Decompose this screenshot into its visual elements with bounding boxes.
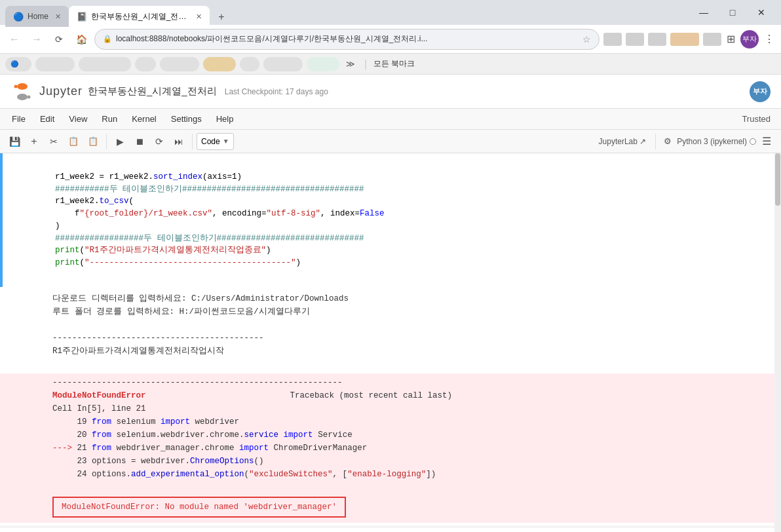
bookmark-7[interactable] xyxy=(240,57,259,71)
code-line-5: ) xyxy=(55,221,60,231)
cell-1-code[interactable]: r1_week2 = r1_week2.sort_index(axis=1) #… xyxy=(50,156,781,284)
error-msg-box: ModuleNotFoundError: No module named 'we… xyxy=(52,494,346,520)
svg-point-3 xyxy=(28,95,31,98)
home-tab-label: Home xyxy=(28,12,48,21)
svg-point-1 xyxy=(17,94,28,100)
copy-icon: 📋 xyxy=(68,136,79,146)
bookmark-1-icon: 🔵 xyxy=(10,60,18,67)
scrollbar-thumb[interactable] xyxy=(775,153,780,206)
bookmark-8[interactable] xyxy=(263,57,303,71)
bookmarks-more-button[interactable]: ≫ xyxy=(343,58,358,70)
refresh-button[interactable]: ⟳ xyxy=(50,30,68,48)
extensions-button[interactable]: ⊞ xyxy=(725,31,736,47)
refresh-icon: ⟳ xyxy=(55,34,63,45)
bookmark-3[interactable] xyxy=(79,57,131,71)
code-line-1: r1_week2 = r1_week2.sort_index(axis=1) xyxy=(55,172,242,181)
bookmark-6[interactable] xyxy=(203,57,236,71)
bookmark-1[interactable]: 🔵 xyxy=(5,57,31,71)
error-code-24: 24 options.add_experimental_option("excl… xyxy=(52,468,729,481)
cell-type-select[interactable]: Code ▼ xyxy=(197,133,234,150)
menu-help[interactable]: Help xyxy=(210,111,240,126)
tab-home[interactable]: 🔵 Home ✕ xyxy=(5,6,69,27)
save-button[interactable]: 💾 xyxy=(5,132,24,151)
notebook-scrollbar[interactable] xyxy=(774,153,781,532)
copy-button[interactable]: 📋 xyxy=(64,132,83,151)
new-tab-button[interactable]: + xyxy=(212,8,231,26)
restart-run-button[interactable]: ⏭ xyxy=(170,132,188,151)
notebook-tab-close[interactable]: ✕ xyxy=(196,12,202,21)
back-button[interactable]: ← xyxy=(5,30,24,48)
jupyterlab-label: JupyterLab ↗ xyxy=(599,137,647,146)
stop-button[interactable]: ⏹ xyxy=(130,132,149,151)
add-cell-button[interactable]: + xyxy=(25,132,43,151)
run-button[interactable]: ▶ xyxy=(111,132,129,151)
svg-point-0 xyxy=(17,83,28,90)
cell-1[interactable]: r1_week2 = r1_week2.sort_index(axis=1) #… xyxy=(0,153,781,287)
maximize-button[interactable]: □ xyxy=(718,2,747,23)
menu-kernel[interactable]: Kernel xyxy=(125,111,163,126)
browser-menu-button[interactable]: ⋮ xyxy=(763,31,776,47)
kernel-settings-button[interactable]: ⚙ xyxy=(660,134,676,149)
notebook-tab-icon: 📓 xyxy=(77,12,87,22)
output-line-2: 루트 폴더 경로를 입력하세요: H:/파이썬코드모음/시계열다루기 xyxy=(52,305,729,318)
menu-file[interactable]: File xyxy=(5,111,32,126)
error-cell-line: Cell In[5], line 21 xyxy=(52,402,729,415)
kernel-settings-icon: ⚙ xyxy=(664,136,672,146)
close-button[interactable]: ✕ xyxy=(747,2,776,23)
menu-settings[interactable]: Settings xyxy=(164,111,208,126)
output-area: 다운로드 디렉터리를 입력하세요: C:/Users/Administrator… xyxy=(0,287,781,525)
output-line-blank2 xyxy=(52,358,729,371)
notebook-menu-button[interactable]: ☰ xyxy=(757,132,776,151)
error-sep: ----------------------------------------… xyxy=(52,376,729,389)
code-line-3: r1_week2.to_csv( xyxy=(55,197,134,206)
lock-icon: 🔒 xyxy=(103,35,112,43)
restart-button[interactable]: ⟳ xyxy=(150,132,168,151)
bookmark-2[interactable] xyxy=(35,57,75,71)
error-code-19: 19 from selenium import webdriver xyxy=(52,415,729,428)
cut-icon: ✂ xyxy=(50,136,58,147)
maximize-icon: □ xyxy=(730,7,735,18)
home-tab-close[interactable]: ✕ xyxy=(55,12,61,21)
jupyter-header: Jupyter 한국부동산원_시계열_전처리 Last Checkpoint: … xyxy=(0,75,781,109)
bookmark-9[interactable] xyxy=(307,57,339,71)
menu-edit[interactable]: Edit xyxy=(33,111,61,126)
tab-notebook[interactable]: 📓 한국부동산원_시계열_전처리 ✕ xyxy=(69,6,210,27)
home-button[interactable]: 🏠 xyxy=(72,30,90,48)
toolbar-sep-2 xyxy=(192,134,193,149)
error-code-21: ---> 21 from webdriver_manager.chrome im… xyxy=(52,442,729,455)
cell-type-chevron: ▼ xyxy=(223,138,229,145)
error-blank xyxy=(52,481,729,494)
forward-button[interactable]: → xyxy=(28,30,46,48)
kernel-circle xyxy=(750,138,756,145)
home-tab-icon: 🔵 xyxy=(13,12,24,22)
notebook-content: r1_week2 = r1_week2.sort_index(axis=1) #… xyxy=(0,153,781,532)
jupyterlab-btn[interactable]: JupyterLab ↗ xyxy=(594,134,652,149)
toolbar-sep-1 xyxy=(106,134,107,149)
divider-pipe: | xyxy=(364,58,367,70)
error-message: ModuleNotFoundError: No module named 'we… xyxy=(52,497,346,518)
minimize-button[interactable]: — xyxy=(689,2,718,23)
url-bar[interactable]: 🔒 localhost:8888/notebooks/파이썬코드모음/시계열다루… xyxy=(94,29,600,50)
cell-2[interactable]: [2]: !pip install pandas Collecting pand… xyxy=(0,528,781,533)
notebook-menu-icon: ☰ xyxy=(762,135,771,147)
run-icon: ▶ xyxy=(117,136,124,147)
bookmark-4[interactable] xyxy=(135,57,156,71)
back-icon: ← xyxy=(9,33,20,45)
all-bookmarks-label[interactable]: 모든 북마크 xyxy=(373,58,415,69)
jupyter-notebook-name[interactable]: 한국부동산원_시계열_전처리 xyxy=(88,85,217,98)
menu-run[interactable]: Run xyxy=(95,111,124,126)
minimize-icon: — xyxy=(699,7,708,18)
restart-run-icon: ⏭ xyxy=(174,136,183,147)
error-code-20: 20 from selenium.webdriver.chrome.servic… xyxy=(52,428,729,442)
output-text-lines: 다운로드 디렉터리를 입력하세요: C:/Users/Administrator… xyxy=(0,290,781,373)
profile-pic-4 xyxy=(670,33,699,46)
error-code-23: 23 options = webdriver.ChromeOptions() xyxy=(52,455,729,468)
bookmark-star-button[interactable]: ☆ xyxy=(582,34,591,45)
cut-button[interactable]: ✂ xyxy=(45,132,63,151)
user-avatar[interactable]: 부자 xyxy=(740,30,759,48)
notebook-tab-label: 한국부동산원_시계열_전처리 xyxy=(91,11,189,22)
jupyter-logo xyxy=(10,80,34,104)
menu-view[interactable]: View xyxy=(62,111,94,126)
bookmark-5[interactable] xyxy=(160,57,199,71)
paste-button[interactable]: 📋 xyxy=(84,132,102,151)
